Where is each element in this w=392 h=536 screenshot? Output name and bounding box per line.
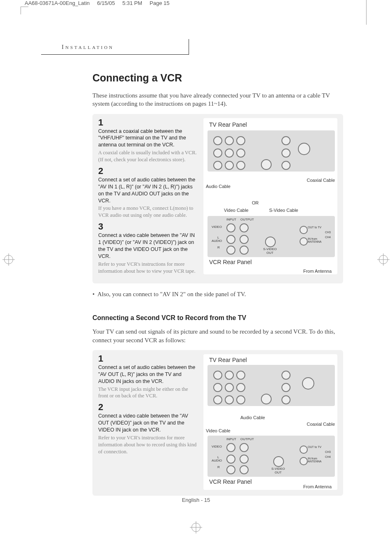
r-label: R — [217, 465, 220, 469]
step-body: The VCR input jacks might be either on t… — [98, 386, 197, 400]
jack-icon — [240, 443, 249, 452]
audio-label: AUDIO — [212, 459, 222, 462]
audio-cable-label: Audio Cable — [206, 184, 231, 189]
or-label: OR — [252, 200, 259, 205]
intro-paragraph-2: Your TV can send out signals of its pict… — [92, 327, 343, 344]
vcr-panel-label: VCR Rear Panel — [209, 259, 252, 265]
jack-icon — [281, 149, 291, 158]
step-heading: Connect a set of audio cables between th… — [98, 364, 197, 385]
ant-jack-icon — [300, 457, 308, 465]
jack-icon — [236, 383, 245, 392]
jack-icon — [281, 395, 291, 404]
section-second-vcr: 1 Connect a set of audio cables between … — [92, 350, 343, 496]
tv-rear-panel — [208, 365, 335, 406]
vcr-rear-panel: INPUT OUTPUT VIDEO AUDIO L R S-VIDEO OUT — [208, 436, 335, 477]
jack-icon — [226, 455, 235, 464]
jack-icon — [225, 161, 234, 170]
ant-jack-icon — [300, 446, 308, 454]
slug-date: 6/15/05 — [97, 0, 115, 6]
jack-icon — [281, 383, 291, 392]
section-header: Installation — [62, 44, 114, 51]
slug-time: 5:31 PM — [122, 0, 142, 6]
step-body: Refer to your VCR's instructions for mor… — [98, 261, 197, 275]
jack-icon — [225, 395, 234, 404]
vhf-jack-icon — [302, 377, 314, 390]
jack-icon — [281, 136, 291, 145]
step-number: 1 — [98, 354, 197, 363]
jack-icon — [240, 246, 249, 255]
step-number: 1 — [98, 118, 197, 127]
audio-label: AUDIO — [212, 239, 222, 243]
step-list: 1 Connect a coaxial cable between the "V… — [98, 118, 197, 278]
from-antenna-label: From Antenna — [303, 269, 332, 274]
step-heading: Connect a video cable between the "AV OU… — [98, 413, 197, 434]
audio-cable-label: Audio Cable — [240, 415, 265, 420]
section-connect-vcr: 1 Connect a coaxial cable between the "V… — [92, 114, 343, 284]
tv-rear-panel — [208, 130, 335, 172]
out-to-tv-label: OUT to TV — [308, 226, 321, 229]
jack-icon — [226, 443, 235, 452]
crop-mark — [366, 0, 367, 25]
step-list: 1 Connect a set of audio cables between … — [98, 354, 197, 490]
step-number: 2 — [98, 167, 197, 176]
jack-icon — [213, 136, 222, 145]
jack-icon — [240, 455, 249, 464]
subsection-title: Connecting a Second VCR to Record from t… — [92, 314, 343, 322]
jack-icon — [240, 235, 249, 244]
jack-icon — [226, 465, 235, 474]
jack-icon — [226, 246, 235, 255]
video-cable-label: Video Cable — [224, 208, 249, 213]
registration-mark — [379, 255, 388, 264]
print-slug: AA68-03671A-00Eng_Latin 6/15/05 5:31 PM … — [25, 0, 170, 6]
ch4-label: CH4 — [325, 455, 331, 458]
jack-icon — [226, 235, 235, 244]
r-label: R — [217, 246, 220, 249]
svideo-jack-icon — [265, 237, 276, 247]
jack-icon — [213, 383, 222, 392]
input-label: INPUT — [226, 218, 236, 221]
crop-mark — [21, 7, 28, 14]
step-heading: Connect a coaxial cable between the "VHF… — [98, 128, 197, 149]
svideo-jack-icon — [261, 394, 272, 404]
svideo-out-label: S-VIDEO OUT — [262, 247, 278, 255]
l-label: L — [217, 455, 219, 459]
vhf-jack-icon — [298, 143, 310, 155]
note-bullet: • Also, you can connect to "AV IN 2" on … — [92, 291, 343, 298]
jack-icon — [281, 371, 291, 380]
jack-icon — [213, 161, 222, 170]
jack-icon — [225, 149, 234, 158]
page-title: Connecting a VCR — [92, 72, 343, 84]
ch4-label: CH4 — [325, 236, 331, 239]
coax-cable-label: Coaxial Cable — [307, 422, 335, 427]
wiring-diagram: TV Rear Panel Audio — [203, 118, 337, 274]
jack-icon — [236, 371, 245, 380]
jack-icon — [213, 371, 222, 380]
video-label: VIDEO — [212, 225, 222, 229]
slug-file: AA68-03671A-00Eng_Latin — [25, 0, 90, 6]
registration-mark — [4, 255, 13, 264]
from-antenna-label: From Antenna — [303, 484, 332, 489]
jack-icon — [236, 149, 245, 158]
ant-jack-icon — [300, 237, 308, 246]
in-from-ant-label: IN from ANTENNA — [308, 237, 323, 243]
svideo-jack-icon — [273, 456, 284, 467]
jack-icon — [236, 136, 245, 145]
step-body: If you have a mono VCR, connect L(mono) … — [98, 205, 197, 219]
l-label: L — [217, 236, 219, 239]
jack-icon — [225, 136, 234, 145]
video-label: VIDEO — [212, 445, 222, 448]
jack-icon — [226, 223, 235, 232]
tv-panel-label: TV Rear Panel — [209, 121, 247, 128]
jack-icon — [225, 383, 234, 392]
step-number: 2 — [98, 403, 197, 412]
output-label: OUTPUT — [240, 437, 254, 441]
vcr-rear-panel: INPUT OUTPUT VIDEO AUDIO L R S-VIDEO OUT — [208, 216, 335, 257]
jack-icon — [240, 465, 249, 474]
video-cable-label: Video Cable — [206, 428, 231, 433]
jack-icon — [236, 161, 245, 170]
note-text: Also, you can connect to "AV IN 2" on th… — [97, 291, 246, 297]
step-body: A coaxial cable is usually included with… — [98, 149, 197, 163]
ch3-label: CH3 — [325, 450, 331, 453]
step-heading: Connect a video cable between the "AV IN… — [98, 232, 197, 260]
page-footer: English - 15 — [0, 497, 392, 503]
